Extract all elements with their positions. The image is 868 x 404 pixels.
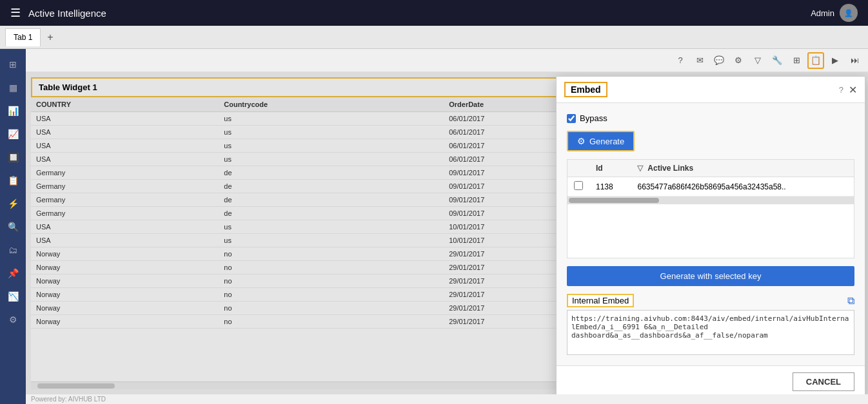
- toolbar-settings-icon[interactable]: ⚙: [730, 52, 747, 69]
- generate-btn-label: Generate: [589, 137, 624, 146]
- sidebar-icon-grid[interactable]: ▦: [3, 77, 23, 98]
- powered-by: Powered by: AIVHUB LTD: [26, 394, 868, 404]
- modal-footer: CANCEL: [557, 365, 865, 394]
- key-id-cell: 1138: [589, 177, 631, 197]
- widget-area: Table Widget 1 COUNTRY Countrycode Order…: [26, 72, 868, 394]
- keys-header-row: Id ▽ Active Links: [567, 160, 854, 177]
- sidebar: ⊞ ▦ 📊 📈 🔲 📋 ⚡ 🔍 🗂 📌 📉 ⚙: [0, 49, 26, 404]
- toolbar-mail-icon[interactable]: ✉: [691, 52, 708, 69]
- generate-button[interactable]: ⚙ Generate: [567, 131, 635, 151]
- modal-body: Bypass ⚙ Generate: [557, 103, 865, 365]
- modal-help-icon[interactable]: ?: [839, 85, 843, 95]
- internal-embed-header: Internal Embed ⧉: [567, 294, 854, 307]
- generate-selected-button[interactable]: Generate with selected key: [567, 266, 854, 286]
- cancel-button[interactable]: CANCEL: [793, 372, 854, 391]
- checkbox-col-header: [567, 160, 589, 177]
- avatar[interactable]: 👤: [840, 4, 858, 22]
- sidebar-icon-folder[interactable]: 🗂: [3, 240, 23, 260]
- toolbar-help-icon[interactable]: ?: [672, 52, 689, 69]
- keys-table: Id ▽ Active Links 113866: [567, 160, 854, 197]
- top-bar-right: Admin 👤: [811, 4, 858, 22]
- top-bar: ☰ Active Intelligence Admin 👤: [0, 0, 868, 26]
- modal-header: Embed ? ✕: [557, 77, 865, 103]
- scrollbar-thumb: [569, 198, 659, 203]
- sidebar-icon-line-chart[interactable]: 📉: [3, 286, 23, 307]
- sidebar-icon-bolt[interactable]: ⚡: [3, 193, 23, 214]
- sidebar-icon-pin[interactable]: 📌: [3, 263, 23, 284]
- toolbar-grid-icon[interactable]: ⊞: [788, 52, 805, 69]
- tab-bar: Tab 1 +: [0, 26, 868, 49]
- scrollbar-track: [569, 198, 853, 203]
- modal-overlay: Embed ? ✕ Bypass: [26, 72, 868, 394]
- tab-add-button[interactable]: +: [42, 29, 58, 46]
- keys-table-row: 11386635477a686f426b58695a456a32435a58..: [567, 177, 854, 197]
- modal-header-right: ? ✕: [839, 84, 857, 96]
- toolbar-wrench-icon[interactable]: 🔧: [769, 52, 785, 69]
- col-active-links: ▽ Active Links: [631, 160, 854, 177]
- sidebar-icon-layout[interactable]: 🔲: [3, 147, 23, 168]
- toolbar-embed-icon[interactable]: 📋: [807, 52, 824, 69]
- sidebar-icon-chart[interactable]: 📊: [3, 101, 23, 121]
- col-id: Id: [589, 160, 631, 177]
- internal-embed-section: Internal Embed ⧉: [567, 294, 854, 355]
- sidebar-icon-home[interactable]: ⊞: [3, 54, 23, 75]
- content-area: ? ✉ 💬 ⚙ ▽ 🔧 ⊞ 📋 ▶ ⏭ Table Widget 1 COUNT: [26, 49, 868, 404]
- sidebar-icon-search[interactable]: 🔍: [3, 216, 23, 237]
- tab-1-label: Tab 1: [14, 33, 32, 42]
- tab-1[interactable]: Tab 1: [5, 28, 41, 46]
- keys-table-container: Id ▽ Active Links 113866: [567, 159, 854, 258]
- key-links-cell: 6635477a686f426b58695a456a32435a58..: [631, 177, 854, 197]
- key-row-checkbox[interactable]: [574, 181, 583, 190]
- filter-icon: ▽: [637, 164, 643, 173]
- top-bar-left: ☰ Active Intelligence: [10, 6, 106, 20]
- gear-icon: ⚙: [577, 136, 586, 146]
- bypass-checkbox[interactable]: [567, 114, 576, 123]
- copy-icon[interactable]: ⧉: [847, 295, 854, 307]
- toolbar-chat-icon[interactable]: 💬: [711, 52, 727, 69]
- toolbar: ? ✉ 💬 ⚙ ▽ 🔧 ⊞ 📋 ▶ ⏭: [26, 49, 868, 72]
- bypass-row: Bypass: [567, 113, 854, 123]
- modal-close-button[interactable]: ✕: [849, 84, 857, 96]
- sidebar-icon-analytics[interactable]: 📈: [3, 124, 23, 144]
- app-title: Active Intelligence: [28, 8, 106, 19]
- embed-modal: Embed ? ✕ Bypass: [556, 76, 865, 394]
- sidebar-icon-list[interactable]: 📋: [3, 170, 23, 191]
- main-layout: ⊞ ▦ 📊 📈 🔲 📋 ⚡ 🔍 🗂 📌 📉 ⚙ ? ✉ 💬 ⚙ ▽ 🔧 ⊞ 📋 …: [0, 49, 868, 404]
- embed-url-textarea[interactable]: [567, 310, 854, 355]
- toolbar-play-next-icon[interactable]: ⏭: [846, 52, 863, 69]
- toolbar-play-icon[interactable]: ▶: [827, 52, 843, 69]
- sidebar-icon-settings[interactable]: ⚙: [3, 309, 23, 330]
- internal-embed-label: Internal Embed: [567, 294, 634, 307]
- modal-title: Embed: [564, 82, 607, 97]
- bypass-label: Bypass: [580, 113, 607, 123]
- hamburger-menu[interactable]: ☰: [10, 6, 21, 20]
- keys-table-scrollbar[interactable]: [567, 197, 854, 204]
- admin-label: Admin: [811, 8, 834, 18]
- toolbar-filter-icon[interactable]: ▽: [749, 52, 766, 69]
